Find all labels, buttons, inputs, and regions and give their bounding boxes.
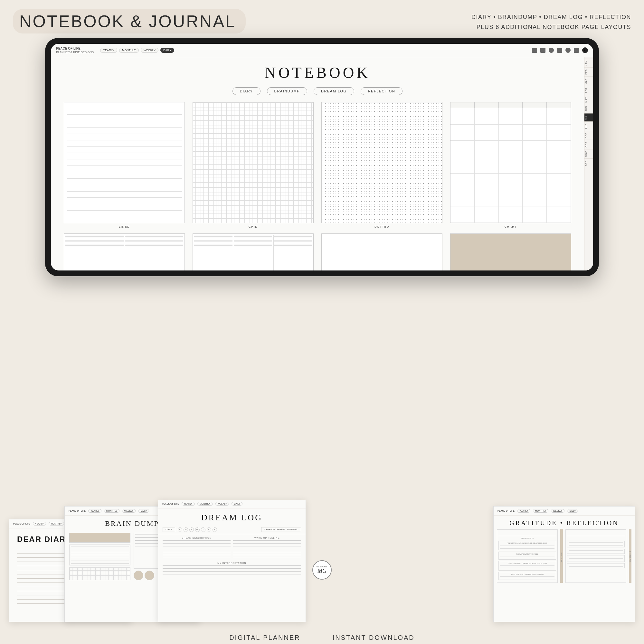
month-nov[interactable]: NOV — [584, 149, 593, 158]
dreamlog-tab-daily[interactable]: DAILY — [232, 502, 242, 506]
reflection-tab-yearly[interactable]: YEARLY — [517, 509, 530, 513]
page-item-blank1: BLANK 1 — [321, 233, 442, 270]
reflection-col-right — [565, 529, 626, 583]
section-btn-dreamlog[interactable]: DREAM LOG — [314, 87, 354, 95]
nav-tab-yearly[interactable]: YEARLY — [100, 48, 117, 53]
dreamlog-title: DREAM LOG — [158, 508, 306, 526]
page-thumb-blank2[interactable] — [450, 233, 571, 270]
page-item-list1: LIST 1 — [64, 233, 185, 270]
reflection-tab-daily[interactable]: DAILY — [567, 509, 578, 513]
day-s1: S — [178, 527, 182, 532]
footer-area: DIGITAL PLANNER INSTANT DOWNLOAD — [0, 634, 644, 641]
nav-tab-daily[interactable]: DAILY — [160, 48, 174, 53]
dreamlog-topbar: PEACE OF LIFE YEARLY MONTHLY WEEKLY DAIL… — [158, 500, 306, 508]
month-feb[interactable]: FEB — [584, 67, 593, 76]
tablet-container: PEACE OF LIFE PLANNER & FINE DESIGNS YEA… — [45, 38, 599, 276]
dreamlog-days: S M T W T F S — [178, 527, 217, 532]
day-t1: T — [189, 527, 194, 532]
braindump-tab-monthly[interactable]: MONTHLY — [104, 509, 119, 513]
lock-icon[interactable] — [557, 48, 562, 53]
play-icon[interactable] — [565, 48, 571, 53]
reflection-tab-monthly[interactable]: MONTHLY — [533, 509, 548, 513]
month-apr[interactable]: APR — [584, 86, 593, 95]
nav-tabs: YEARLY MONTHLY WEEKLY DAILY — [100, 48, 174, 53]
braindump-tab-daily[interactable]: DAILY — [138, 509, 149, 513]
day-f: F — [207, 527, 211, 532]
chart-col-h4 — [523, 102, 547, 108]
month-aug[interactable]: AUG — [584, 121, 593, 131]
page-layout-grid: LINED GRID — [61, 102, 574, 270]
reflection-tab-weekly[interactable]: WEEKLY — [551, 509, 565, 513]
page-thumb-grid[interactable] — [193, 102, 314, 223]
month-may[interactable]: MAY — [584, 95, 593, 104]
page-thumb-list2[interactable] — [193, 233, 314, 270]
reflection-body: AFFIRMATION THIS MORNING I AM MOST GRATE… — [494, 529, 635, 583]
braindump-tab-weekly[interactable]: WEEKLY — [122, 509, 136, 513]
nav-tab-weekly[interactable]: WEEKLY — [141, 48, 158, 53]
month-jun[interactable]: JUN — [584, 104, 593, 113]
reflection-preview: PEACE OF LIFE YEARLY MONTHLY WEEKLY DAIL… — [493, 506, 635, 622]
dreamlog-tab-monthly[interactable]: MONTHLY — [197, 502, 213, 506]
grid-icon[interactable] — [540, 48, 545, 53]
logo-monogram: MG — [317, 568, 327, 574]
reflection-evening-feeling-label: THIS EVENING I AM MOST FEELING — [500, 573, 554, 575]
diary-tab-yearly[interactable]: YEARLY — [33, 522, 46, 526]
page-item-dotted: DOTTED — [321, 102, 442, 228]
page-thumb-list1[interactable] — [64, 233, 185, 270]
calendar-icon[interactable] — [532, 48, 537, 53]
reflection-brand: PEACE OF LIFE — [497, 510, 515, 512]
dreamlog-tab-yearly[interactable]: YEARLY — [182, 502, 195, 506]
reflection-today: TODAY I WANT TO FEEL — [498, 552, 556, 560]
reflection-today-right — [567, 549, 625, 554]
reflection-evening-right — [567, 555, 625, 562]
dreamlog-type-box: TYPE OF DREAM NORMAL — [261, 527, 301, 532]
tablet-main: NOTEBOOK DIARY BRAINDUMP DREAM LOG REFLE… — [51, 57, 584, 270]
reflection-evening-feeling: THIS EVENING I AM MOST FEELING — [498, 572, 556, 580]
page-thumb-chart[interactable] — [450, 102, 571, 223]
add-button[interactable]: + — [582, 47, 588, 53]
dreamlog-interpretation: MY INTERPRETATION — [158, 561, 306, 577]
header-subtitle: DIARY • BRAINDUMP • DREAM LOG • REFLECTI… — [471, 9, 631, 32]
dot-pattern — [322, 102, 442, 223]
day-t2: T — [201, 527, 205, 532]
reflection-morning: THIS MORNING I AM MOST GRATEFUL FOR — [498, 541, 556, 550]
section-buttons: DIARY BRAINDUMP DREAM LOG REFLECTION — [61, 87, 574, 95]
footer-right-label: INSTANT DOWNLOAD — [333, 634, 415, 641]
section-btn-braindump[interactable]: BRAINDUMP — [267, 87, 308, 95]
page-label-grid: GRID — [249, 225, 258, 228]
reflection-topbar: PEACE OF LIFE YEARLY MONTHLY WEEKLY DAIL… — [494, 507, 635, 516]
nav-tab-monthly[interactable]: MONTHLY — [119, 48, 139, 53]
menu-icon[interactable] — [574, 48, 579, 53]
dreamlog-brand: PEACE OF LIFE — [162, 503, 179, 505]
dreamlog-interp-label: MY INTERPRETATION — [163, 562, 301, 564]
topbar-icons: + — [532, 47, 588, 53]
braindump-tab-yearly[interactable]: YEARLY — [88, 509, 101, 513]
list1-layout — [64, 234, 185, 270]
month-oct[interactable]: OCT — [584, 140, 593, 149]
section-btn-diary[interactable]: DIARY — [232, 87, 260, 95]
page-thumb-blank1[interactable] — [321, 233, 442, 270]
month-jan[interactable]: JAN — [584, 59, 593, 67]
month-sidebar: JAN FEB MAR APR MAY JUN JUL AUG SEP OCT … — [584, 57, 593, 270]
dreamlog-tab-weekly[interactable]: WEEKLY — [215, 502, 229, 506]
page-item-chart: CHART — [450, 102, 571, 228]
diary-tab-monthly[interactable]: MONTHLY — [49, 522, 64, 526]
month-jul[interactable]: JUL — [584, 113, 593, 121]
reflection-title: GRATITUDE • REFLECTION — [494, 516, 635, 529]
chart-col-h2 — [475, 102, 499, 108]
dreamlog-date-box: DATE — [163, 527, 175, 532]
diary-brand: PEACE OF LIFE — [13, 523, 30, 525]
reflection-evening-feeling-right — [567, 563, 625, 568]
section-btn-reflection[interactable]: REFLECTION — [361, 87, 403, 95]
user-icon[interactable] — [549, 48, 554, 53]
page-thumb-lined[interactable] — [64, 102, 185, 223]
month-mar[interactable]: MAR — [584, 76, 593, 86]
month-dec[interactable]: DEC — [584, 158, 593, 168]
list2-layout — [193, 234, 313, 270]
page-thumb-dotted[interactable] — [321, 102, 442, 223]
reflection-evening-label: THIS EVENING I AM MOST GRATEFUL FOR — [500, 563, 554, 564]
day-m: M — [184, 527, 188, 532]
reflection-col-left: AFFIRMATION THIS MORNING I AM MOST GRATE… — [497, 529, 558, 583]
month-sep[interactable]: SEP — [584, 131, 593, 140]
chart-layout — [450, 102, 571, 223]
